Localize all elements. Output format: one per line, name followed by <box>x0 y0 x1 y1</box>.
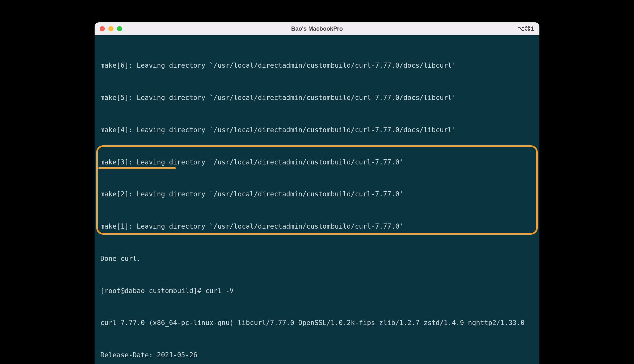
terminal-window: Bao's MacbookPro ⌥⌘1 make[6]: Leaving di… <box>95 22 539 364</box>
output-line: make[2]: Leaving directory `/usr/local/d… <box>100 189 534 200</box>
output-line: Release-Date: 2021-05-26 <box>100 350 534 361</box>
traffic-lights <box>100 26 122 31</box>
minimize-icon[interactable] <box>108 26 113 31</box>
underline-annotation <box>98 167 176 169</box>
output-line: make[3]: Leaving directory `/usr/local/d… <box>100 157 534 168</box>
output-line: Done curl. <box>100 254 534 264</box>
output-line: make[5]: Leaving directory `/usr/local/d… <box>100 93 534 103</box>
maximize-icon[interactable] <box>117 26 122 31</box>
output-line: make[1]: Leaving directory `/usr/local/d… <box>100 221 534 232</box>
window-title: Bao's MacbookPro <box>95 26 539 32</box>
output-line: make[4]: Leaving directory `/usr/local/d… <box>100 125 534 136</box>
window-shortcut: ⌥⌘1 <box>518 25 534 32</box>
terminal-body[interactable]: make[6]: Leaving directory `/usr/local/d… <box>95 35 539 364</box>
close-icon[interactable] <box>100 26 105 31</box>
output-line: [root@dabao custombuild]# curl -V <box>100 286 534 297</box>
window-titlebar[interactable]: Bao's MacbookPro ⌥⌘1 <box>95 22 539 35</box>
output-line: curl 7.77.0 (x86_64-pc-linux-gnu) libcur… <box>100 318 534 329</box>
output-line: make[6]: Leaving directory `/usr/local/d… <box>100 60 534 71</box>
